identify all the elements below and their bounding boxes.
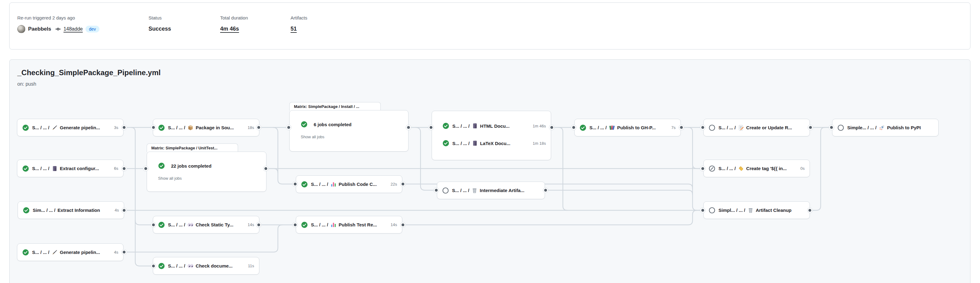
job-path-prefix: S... / ... /: [589, 125, 607, 130]
job-path-prefix: S... / ... /: [452, 141, 469, 146]
job-node-html-documentation[interactable]: S... / ... /HTML Docu...1m 46s: [442, 119, 546, 133]
job-label: S... / ... /Intermediate Artifa...: [452, 187, 524, 193]
job-node-publish-test-results[interactable]: S... / ... /Publish Test Re...14s: [296, 216, 402, 233]
status-neutral-icon: [709, 207, 715, 214]
status-success-icon: [158, 262, 165, 269]
job-path-prefix: S... / ... /: [32, 125, 49, 130]
job-duration: 11s: [245, 264, 254, 268]
status-success-icon: [23, 207, 30, 214]
job-title: Check Static Ty...: [196, 222, 234, 227]
status-success-icon: [442, 123, 449, 129]
job-duration: 3s: [111, 125, 118, 130]
eyes-icon: [188, 222, 194, 228]
job-title: HTML Docu...: [480, 123, 510, 129]
job-duration: 7s: [668, 125, 676, 130]
job-node-latex-documentation[interactable]: S... / ... /LaTeX Docu...1m 18s: [442, 136, 546, 150]
package-icon: [188, 125, 194, 131]
job-node-generate-pipeline-params-1[interactable]: S... / ... /Generate pipelin...3s: [17, 119, 124, 136]
job-node-publish-to-pypi[interactable]: Simple... / ... /Publish to PyPI: [832, 119, 939, 136]
job-path-prefix: S... / ... /: [719, 166, 736, 171]
job-node-create-tag[interactable]: S... / ... /Create tag '${{ in...0s: [703, 160, 810, 177]
status-success-icon: [158, 124, 165, 131]
tag-icon: [738, 165, 744, 172]
job-duration: 0s: [797, 166, 805, 171]
status-neutral-icon: [709, 124, 715, 131]
job-duration: 18s: [245, 125, 254, 130]
matrix-tab-matrix-install: Matrix: SimplePackage / Install / ...: [289, 102, 381, 111]
eyes-icon: [188, 263, 194, 269]
job-node-generate-pipeline-params-2[interactable]: S... / ... /Generate pipelin...4s: [17, 243, 124, 261]
job-label: S... / ... /Create tag '${{ in...: [719, 165, 787, 172]
job-path-prefix: S... / ... /: [719, 125, 736, 130]
job-duration: 14s: [245, 222, 254, 227]
job-node-create-or-update-release[interactable]: S... / ... /Create or Update R...: [703, 119, 810, 136]
matrix-tab-matrix-unittest: Matrix: SimplePackage / UnitTest...: [147, 144, 238, 152]
job-duration: 4s: [111, 208, 119, 213]
status-skipped-icon: [709, 165, 715, 172]
job-duration: 6s: [111, 166, 118, 171]
status-success-icon: [22, 249, 29, 256]
workflow-graph: S... / ... /Generate pipelin...3sS... / …: [0, 0, 980, 283]
trash-icon: [748, 207, 754, 213]
job-duration: 1m 18s: [530, 141, 546, 145]
job-label: S... / ... /Publish Code C...: [311, 181, 377, 187]
job-duration: 22s: [388, 182, 397, 187]
job-title: Extract Information: [57, 208, 100, 213]
job-title: Package in Sou...: [196, 125, 234, 130]
show-all-jobs-link[interactable]: Show all jobs: [301, 134, 325, 139]
rocket-icon: [879, 125, 885, 131]
job-node-extract-configurations[interactable]: S... / ... /Extract configur...6s: [17, 160, 124, 177]
status-success-icon: [301, 121, 307, 128]
job-node-publish-to-gh-pages[interactable]: S... / ... /Publish to GH-P...7s: [574, 119, 681, 136]
job-node-extract-information[interactable]: Sim... / ... /Extract Information4s: [18, 201, 124, 219]
job-path-prefix: S... / ... /: [452, 188, 469, 193]
job-path-prefix: S... / ... /: [32, 166, 49, 171]
job-label: S... / ... /Check docume...: [168, 263, 232, 269]
job-node-artifact-cleanup[interactable]: Simpl... / ... /Artifact Cleanup: [703, 201, 810, 219]
job-label: S... / ... /Package in Sou...: [168, 125, 234, 131]
job-label: S... / ... /Generate pipelin...: [32, 249, 100, 256]
status-success-icon: [301, 181, 308, 188]
job-label: S... / ... /Create or Update R...: [719, 125, 792, 131]
books-icon: [609, 125, 615, 131]
job-title: LaTeX Docu...: [480, 141, 511, 146]
job-title: Create or Update R...: [746, 125, 792, 130]
trash-icon: [471, 187, 478, 193]
job-title: Intermediate Artifa...: [480, 188, 524, 193]
job-path-prefix: S... / ... /: [168, 222, 185, 227]
status-success-icon: [22, 165, 29, 172]
chart-icon: [330, 222, 337, 228]
status-success-icon: [22, 124, 29, 131]
job-label: Simpl... / ... /Artifact Cleanup: [719, 207, 792, 213]
job-path-prefix: S... / ... /: [452, 123, 469, 129]
job-path-prefix: Simple... / ... /: [847, 125, 877, 130]
pencil-icon: [52, 125, 58, 131]
job-node-publish-code-coverage[interactable]: S... / ... /Publish Code C...22s: [296, 175, 402, 193]
status-success-icon: [301, 221, 308, 228]
job-node-intermediate-artifacts[interactable]: S... / ... /Intermediate Artifa...: [437, 182, 545, 199]
job-label: S... / ... /HTML Docu...: [452, 123, 509, 129]
job-node-check-documentation[interactable]: S... / ... /Check docume...11s: [153, 257, 259, 275]
job-path-prefix: Sim... / ... /: [33, 208, 55, 213]
status-success-icon: [158, 162, 165, 169]
matrix-card-matrix-unittest[interactable]: 22 jobs completedShow all jobs: [147, 152, 266, 192]
job-title: Artifact Cleanup: [756, 208, 792, 213]
job-label: Simple... / ... /Publish to PyPI: [847, 125, 921, 131]
show-all-jobs-link[interactable]: Show all jobs: [158, 176, 182, 181]
matrix-jobs-completed: 6 jobs completed: [314, 122, 352, 127]
job-duration: 14s: [388, 222, 397, 227]
job-label: S... / ... /Publish to GH-P...: [589, 125, 656, 131]
job-path-prefix: S... / ... /: [311, 222, 328, 227]
matrix-card-matrix-install[interactable]: 6 jobs completedShow all jobs: [289, 110, 409, 152]
job-label: S... / ... /Check Static Ty...: [168, 222, 234, 228]
status-neutral-icon: [442, 187, 449, 194]
job-title: Publish to GH-P...: [617, 125, 656, 130]
status-neutral-icon: [837, 124, 844, 131]
chart-icon: [330, 181, 337, 187]
job-title: Check docume...: [196, 263, 232, 269]
notebook-icon: [52, 165, 58, 172]
job-title: Create tag '${{ in...: [746, 166, 787, 171]
job-label: Sim... / ... /Extract Information: [33, 208, 100, 213]
job-node-package-in-source[interactable]: S... / ... /Package in Sou...18s: [153, 119, 259, 136]
job-node-check-static-typing[interactable]: S... / ... /Check Static Ty...14s: [153, 216, 259, 233]
